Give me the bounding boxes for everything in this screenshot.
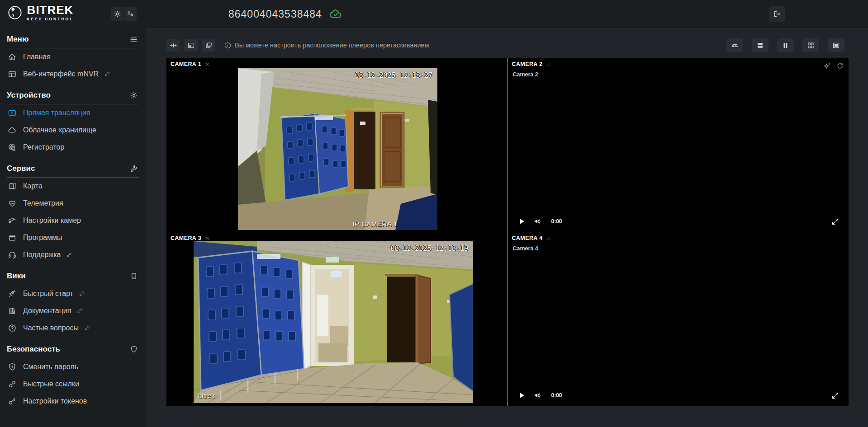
sidebar-item-change-password[interactable]: Сменить пароль: [7, 358, 139, 375]
sidebar-item-label: Программы: [23, 234, 62, 242]
sidebar-item-quick-links[interactable]: Быстрые ссылки: [7, 375, 139, 393]
columns-layout-button[interactable]: [777, 38, 794, 52]
sidebar-item-label: Поддержка: [23, 251, 61, 259]
external-link-icon: [66, 252, 72, 258]
gear-icon[interactable]: [130, 91, 138, 99]
close-player-button[interactable]: [204, 61, 210, 67]
sidebar-item-map[interactable]: Карта: [7, 178, 139, 195]
sidebar-item-support[interactable]: Поддержка: [7, 246, 139, 263]
player-title: CAMERA 3: [171, 235, 201, 241]
rows-layout-button[interactable]: [752, 38, 768, 52]
cascade-button[interactable]: [202, 39, 215, 52]
fit-screen-icon: [187, 42, 195, 49]
fullscreen-icon: [831, 217, 840, 226]
hamburger-icon[interactable]: [129, 35, 138, 44]
refresh-icon[interactable]: [836, 62, 844, 70]
external-link-icon: [79, 291, 85, 297]
close-player-button[interactable]: [546, 235, 552, 241]
close-icon: [546, 61, 552, 67]
info-icon: [224, 42, 232, 49]
support-icon: [8, 250, 17, 259]
sidebar-item-label: Настройки токенов: [23, 397, 87, 405]
sidebar-item-recorder[interactable]: Регистратор: [7, 139, 139, 156]
token-key-icon: [8, 397, 17, 406]
player-title: CAMERA 2: [512, 61, 543, 67]
single-layout-button[interactable]: [828, 38, 844, 52]
sidebar-item-label: Главная: [23, 53, 51, 61]
player-camera-2[interactable]: CAMERA 2 Camera 2 0:00: [508, 58, 849, 232]
collapse-players-button[interactable]: [166, 39, 180, 52]
cloud-check-icon: [329, 7, 342, 21]
volume-icon: [533, 391, 542, 400]
sidebar-item-label: Сменить пароль: [23, 363, 78, 371]
sidebar-item-quick-start[interactable]: Быстрый старт: [7, 285, 139, 302]
sidebar-item-telemetry[interactable]: Телеметрия: [7, 195, 139, 212]
sidebar-item-documentation[interactable]: Документация: [7, 302, 139, 319]
section-title: Устройство: [7, 91, 51, 100]
sidebar-item-live-stream[interactable]: Прямая трансляция: [7, 104, 139, 122]
wiki-icon[interactable]: [130, 272, 138, 280]
section-title: Сервис: [7, 164, 35, 173]
camera-1-video: 08-12-2025 12:18:27 IP CAMERA 1: [238, 68, 437, 230]
close-player-button[interactable]: [546, 61, 552, 67]
sidebar-item-token-settings[interactable]: Настройки токенов: [7, 393, 139, 410]
close-icon: [204, 61, 210, 67]
sidebar-section-device: Устройство Прямая трансляция Облачное хр…: [7, 89, 139, 156]
fullscreen-button[interactable]: [831, 391, 840, 400]
fullscreen-button[interactable]: [831, 217, 840, 226]
fullscreen-icon: [831, 391, 840, 400]
section-title: Меню: [7, 35, 28, 44]
play-button[interactable]: [517, 391, 526, 400]
main-content: Вы можете настроить расположение плееров…: [146, 28, 868, 427]
play-button[interactable]: [517, 217, 526, 226]
camera-3-video: 08-12-2025 12:18:19 bitrek: [194, 241, 473, 403]
translate-icon: [127, 10, 134, 18]
sidebar-item-label: Быстрые ссылки: [23, 380, 79, 388]
sidebar-item-label: Прямая трансляция: [23, 109, 90, 117]
sidebar-item-faq[interactable]: Частые вопросы: [7, 319, 139, 337]
brand-tagline: KEEP CONTROL: [27, 17, 73, 21]
camera-1-osd-label: IP CAMERA 1: [353, 220, 398, 228]
sidebar-item-camera-settings[interactable]: Настройки камер: [7, 212, 139, 229]
player-camera-4[interactable]: CAMERA 4 Camera 4 0:00: [508, 232, 849, 406]
rows-layout-icon: [756, 41, 764, 50]
player-camera-3[interactable]: CAMERA 3: [166, 232, 508, 406]
bitrek-logo: BITREK KEEP CONTROL: [6, 4, 73, 21]
sidebar-item-label: Регистратор: [23, 143, 64, 151]
play-icon: [517, 391, 526, 400]
cinema-layout-button[interactable]: [726, 38, 743, 52]
grid-layout-button[interactable]: [802, 38, 819, 52]
wrench-icon[interactable]: [130, 164, 138, 173]
live-stream-icon: [8, 108, 17, 117]
collapse-icon: [170, 42, 177, 49]
theme-toggle-button[interactable]: [111, 7, 123, 21]
camera-3-watermark: bitrek: [198, 392, 215, 399]
sidebar-item-programs[interactable]: Программы: [7, 229, 139, 246]
sun-icon: [114, 10, 121, 18]
logout-button[interactable]: [769, 6, 785, 22]
close-player-button[interactable]: [204, 235, 210, 241]
programs-icon: [8, 233, 17, 242]
player-camera-1[interactable]: CAMERA 1: [166, 58, 508, 232]
sidebar-item-label: Телеметрия: [23, 199, 63, 207]
sidebar-item-label: Настройки камер: [23, 216, 81, 225]
volume-button[interactable]: [533, 217, 542, 226]
device-id: 864004043538484: [228, 8, 322, 20]
sidebar-section-service: Сервис Карта Телеметрия Настройки камер …: [7, 162, 139, 263]
logout-icon: [773, 10, 781, 18]
shield-icon[interactable]: [130, 345, 138, 353]
section-title: Вики: [7, 272, 26, 281]
sidebar-item-label: Облачное хранилище: [23, 126, 96, 134]
sidebar-item-label: Документация: [23, 307, 71, 315]
sidebar-item-web-mnvr[interactable]: Веб-интерфейс mNVR: [7, 66, 139, 83]
cinema-layout-icon: [730, 41, 739, 50]
fit-screen-button[interactable]: [184, 39, 198, 52]
volume-button[interactable]: [533, 391, 542, 400]
grid-layout-icon: [806, 41, 815, 50]
sidebar-item-home[interactable]: Главная: [7, 48, 139, 66]
sidebar-item-cloud-storage[interactable]: Облачное хранилище: [7, 122, 139, 139]
playback-time: 0:00: [551, 392, 562, 399]
language-button[interactable]: [124, 7, 137, 21]
camera-settings-icon: [8, 216, 17, 225]
sparkle-icon[interactable]: [822, 62, 831, 71]
